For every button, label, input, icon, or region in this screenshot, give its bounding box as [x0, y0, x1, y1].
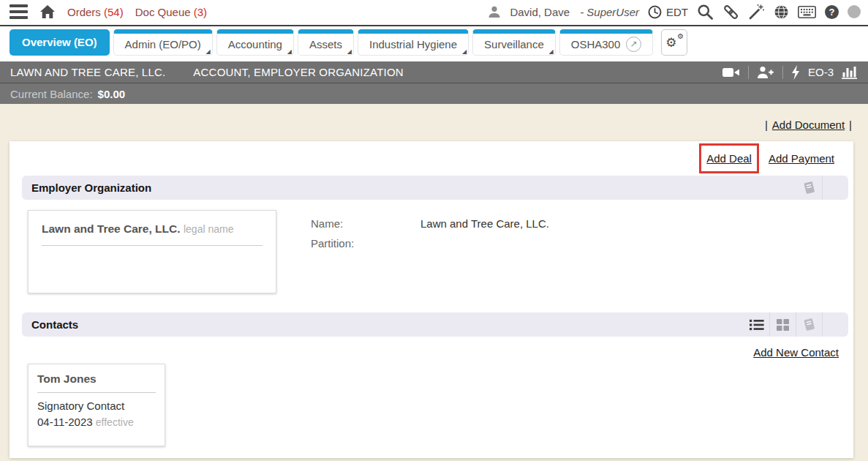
- dropdown-triangle-icon: ◢: [206, 49, 211, 55]
- tab-settings-gear-button[interactable]: ⚙ ⚙: [661, 29, 687, 56]
- pipe-separator: |: [765, 119, 768, 131]
- org-fields: Name: Lawn and Tree Care, LLC. Partition…: [311, 210, 549, 293]
- add-new-contact-link[interactable]: Add New Contact: [753, 346, 839, 359]
- pipe-separator: |: [849, 119, 852, 131]
- org-card-name: Lawn and Tree Care, LLC.: [42, 222, 181, 235]
- entity-titles: LAWN AND TREE CARE, LLC. ACCOUNT, EMPLOY…: [10, 66, 404, 78]
- divider: [748, 66, 749, 79]
- contact-name: Tom Jones: [37, 372, 97, 385]
- org-context-title: ACCOUNT, EMPLOYER ORGANIZATION: [193, 66, 403, 78]
- timezone-label: EDT: [666, 6, 688, 18]
- contact-date: 04-11-2023: [37, 416, 93, 428]
- keyboard-icon[interactable]: [798, 6, 816, 18]
- add-document-link[interactable]: Add Document: [772, 119, 845, 131]
- lightning-icon[interactable]: [791, 65, 800, 80]
- list-view-icon[interactable]: [744, 312, 769, 337]
- wand-icon[interactable]: [748, 4, 765, 20]
- user-role: - SuperUser: [580, 6, 639, 18]
- globe-icon[interactable]: [774, 4, 789, 20]
- top-navigation-bar: Orders (54) Doc Queue (3) David, Dave - …: [0, 0, 868, 26]
- topbar-right: David, Dave - SuperUser EDT ?: [488, 4, 861, 20]
- open-external-icon[interactable]: ↗: [626, 37, 641, 52]
- dropdown-triangle-icon: ◢: [287, 49, 292, 55]
- balance-bar: Current Balance: $0.00: [0, 83, 868, 104]
- employer-org-card[interactable]: Lawn and Tree Care, LLC. legal name: [28, 210, 276, 293]
- section-header-spacer: [823, 176, 848, 200]
- orders-link[interactable]: Orders (54): [67, 6, 124, 18]
- tab-osha300[interactable]: OSHA300 ↗: [559, 29, 654, 56]
- employer-organization-body: Lawn and Tree Care, LLC. legal name Name…: [10, 200, 853, 293]
- add-deal-link[interactable]: Add Deal: [706, 152, 752, 165]
- grid-view-icon[interactable]: [770, 312, 796, 337]
- notes-book-icon[interactable]: [796, 176, 822, 200]
- home-icon[interactable]: [39, 4, 56, 19]
- tab-accounting[interactable]: Accounting ◢: [216, 29, 294, 56]
- contacts-section-header: Contacts: [22, 312, 848, 337]
- user-icon: [488, 5, 501, 18]
- section-header-spacer: [823, 312, 848, 337]
- video-camera-icon[interactable]: [722, 67, 740, 78]
- section-header-icons: [796, 176, 848, 200]
- entity-header-bar: LAWN AND TREE CARE, LLC. ACCOUNT, EMPLOY…: [0, 61, 868, 83]
- user-name: David, Dave: [510, 6, 570, 18]
- org-name-title: LAWN AND TREE CARE, LLC.: [10, 66, 165, 78]
- field-value: Lawn and Tree Care, LLC.: [420, 214, 549, 233]
- avatar[interactable]: [848, 5, 861, 18]
- tab-label: Surveillance: [484, 38, 544, 50]
- balance-value: $0.00: [98, 88, 126, 100]
- dropdown-triangle-icon: ◢: [549, 49, 554, 55]
- tab-industrial-hygiene[interactable]: Industrial Hygiene ◢: [358, 29, 469, 56]
- bar-chart-icon[interactable]: [842, 66, 858, 79]
- deal-actions-row: Add Deal Add Payment: [10, 141, 853, 176]
- tab-admin-eo-po[interactable]: Admin (EO/PO) ◢: [113, 29, 213, 56]
- tab-label: OSHA300: [571, 38, 621, 50]
- menu-icon[interactable]: [10, 4, 28, 19]
- tab-surveillance[interactable]: Surveillance ◢: [472, 29, 556, 56]
- search-icon[interactable]: [697, 4, 714, 20]
- action-highlight-box: Add Deal: [699, 143, 759, 173]
- add-person-icon[interactable]: [757, 66, 774, 78]
- notes-book-icon[interactable]: [796, 312, 822, 337]
- tab-label: Admin (EO/PO): [125, 38, 201, 50]
- entity-header-actions: EO-3: [722, 65, 858, 80]
- tab-overview-eo[interactable]: Overview (EO): [10, 29, 110, 56]
- org-card-name-suffix: legal name: [184, 223, 234, 235]
- tab-label: Industrial Hygiene: [369, 38, 457, 50]
- gear-small-icon: ⚙: [677, 33, 684, 40]
- field-row-name: Name: Lawn and Tree Care, LLC.: [311, 214, 549, 233]
- gear-icon: ⚙: [665, 37, 676, 49]
- page-content: | Add Document | Add Deal Add Payment Em…: [0, 104, 868, 460]
- main-panel: Add Deal Add Payment Employer Organizati…: [10, 141, 853, 458]
- add-payment-link[interactable]: Add Payment: [769, 152, 834, 165]
- document-actions-row: | Add Document |: [0, 104, 868, 131]
- contact-actions-row: Add New Contact: [10, 337, 853, 359]
- tab-label: Assets: [309, 38, 342, 50]
- card-title-row: Lawn and Tree Care, LLC. legal name: [42, 212, 263, 246]
- topbar-left: Orders (54) Doc Queue (3): [10, 4, 207, 19]
- orders-count: (54): [104, 6, 124, 18]
- contact-date-suffix: effective: [96, 416, 134, 428]
- tab-label: Overview (EO): [22, 36, 97, 48]
- doc-queue-count: (3): [194, 6, 207, 18]
- link-icon[interactable]: [722, 4, 739, 20]
- card-title-row: Tom Jones: [37, 364, 156, 393]
- field-label: Name:: [311, 214, 420, 233]
- contact-role: Signatory Contact: [37, 398, 156, 414]
- dropdown-triangle-icon: ◢: [462, 49, 467, 55]
- divider: [782, 66, 783, 79]
- help-icon[interactable]: ?: [825, 5, 839, 19]
- employer-organization-section-header: Employer Organization: [22, 176, 848, 200]
- dropdown-triangle-icon: ◢: [347, 49, 352, 55]
- tab-bar: Overview (EO) Admin (EO/PO) ◢ Accounting…: [0, 26, 868, 61]
- tab-label: Accounting: [228, 38, 282, 50]
- balance-label: Current Balance:: [10, 88, 93, 100]
- contact-card[interactable]: Tom Jones Signatory Contact 04-11-2023 e…: [28, 364, 165, 446]
- clock-icon[interactable]: [648, 5, 662, 19]
- entity-code: EO-3: [808, 66, 834, 78]
- section-title: Contacts: [31, 318, 78, 331]
- doc-queue-label: Doc Queue: [135, 6, 191, 18]
- tab-assets[interactable]: Assets ◢: [298, 29, 354, 56]
- doc-queue-link[interactable]: Doc Queue (3): [135, 6, 207, 18]
- field-label: Partition:: [311, 233, 420, 253]
- section-title: Employer Organization: [31, 181, 151, 194]
